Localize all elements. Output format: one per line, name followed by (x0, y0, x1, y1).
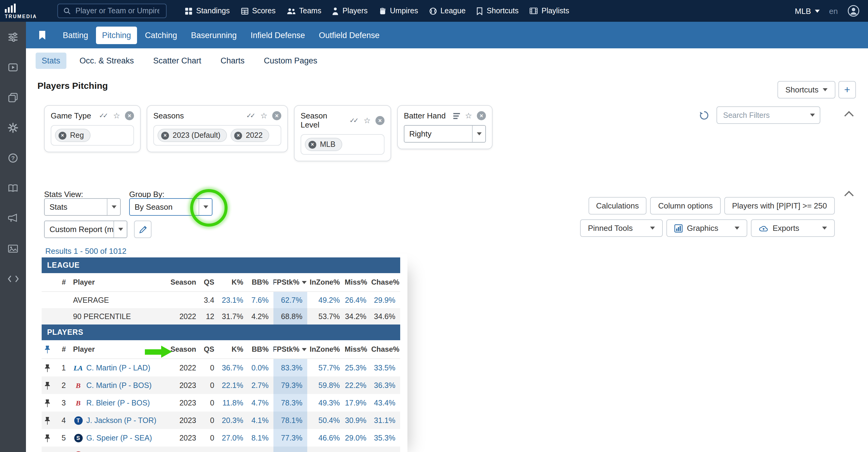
filter-chip[interactable]: × 2022 (230, 129, 269, 142)
subtab-custom-pages[interactable]: Custom Pages (258, 52, 323, 68)
filter-chip[interactable]: × MLB (305, 138, 342, 151)
collapse-filters-icon[interactable] (844, 111, 854, 120)
chase-cell[interactable]: 31.1% (371, 416, 400, 424)
double-check-icon[interactable]: ✓✓ (246, 112, 256, 120)
inzone-cell[interactable]: 46.6% (307, 433, 345, 442)
topnav-item-players[interactable]: Players (332, 7, 368, 15)
sidebar-sliders-icon[interactable] (8, 30, 18, 44)
chase-cell[interactable]: 36.3% (371, 381, 400, 390)
fpstk-cell[interactable]: 79.3% (273, 376, 307, 394)
star-icon[interactable]: ☆ (364, 116, 371, 125)
players-filter-button[interactable]: Players with [P|PIT] >= 250 (724, 197, 835, 215)
remove-filter-icon[interactable]: × (375, 116, 384, 125)
tab-catching[interactable]: Catching (139, 26, 183, 44)
col-k[interactable]: K% (219, 345, 248, 354)
topnav-item-shortcuts[interactable]: Shortcuts (476, 7, 519, 15)
column-options-button[interactable]: Column options (650, 197, 721, 215)
exports-button[interactable]: Exports (751, 219, 835, 237)
chase-cell[interactable]: 29.9% (371, 296, 400, 304)
remove-chip-icon[interactable]: × (234, 132, 242, 139)
sidebar-images-icon[interactable] (8, 242, 18, 255)
col-rank[interactable]: # (53, 278, 71, 286)
fpstk-cell[interactable]: 77.3% (273, 429, 307, 447)
list-icon[interactable] (454, 113, 460, 119)
col-bb[interactable]: BB% (248, 278, 273, 286)
sidebar-book-icon[interactable] (8, 181, 18, 195)
col-fpstk[interactable]: FPStk% (273, 278, 307, 286)
miss-cell[interactable]: 17.9% (345, 398, 371, 407)
col-qs[interactable]: QS (201, 278, 219, 286)
sidebar-video-icon[interactable] (8, 60, 18, 74)
batter-hand-select[interactable]: Righty (404, 125, 486, 143)
tab-pitching[interactable]: Pitching (96, 26, 137, 44)
col-player[interactable]: Player (71, 278, 169, 286)
pin-all-icon[interactable] (42, 345, 53, 354)
topnav-item-playlists[interactable]: Playlists (529, 7, 569, 15)
graphics-button[interactable]: Graphics (666, 219, 747, 237)
remove-filter-icon[interactable]: × (272, 111, 281, 120)
user-avatar[interactable] (847, 5, 860, 17)
col-miss[interactable]: Miss% (345, 278, 371, 286)
group-by-select[interactable]: By Season (129, 198, 213, 216)
bb-cell[interactable]: 4.7% (248, 398, 273, 407)
filter-chip[interactable]: × 2023 (Default) (158, 129, 227, 142)
miss-cell[interactable]: 30.9% (345, 416, 371, 424)
topnav-item-standings[interactable]: Standings (185, 7, 230, 15)
league-selector[interactable]: MLB (795, 6, 819, 16)
subtab-occ-streaks[interactable]: Occ. & Streaks (74, 52, 140, 68)
player-link[interactable]: C. Martin (P - LAD) (86, 364, 150, 372)
pinned-tools-button[interactable]: Pinned Tools (580, 219, 663, 237)
col-qs[interactable]: QS (201, 345, 219, 354)
filter-chip[interactable]: × Reg (55, 129, 91, 142)
global-search[interactable] (57, 4, 166, 18)
pin-icon[interactable] (42, 364, 53, 372)
search-filters-input[interactable] (722, 110, 806, 120)
add-page-button[interactable]: + (838, 81, 856, 98)
inzone-cell[interactable]: 49.3% (307, 398, 345, 407)
miss-cell[interactable]: 29.0% (345, 433, 371, 442)
collapse-controls-icon[interactable] (844, 191, 854, 200)
report-select[interactable]: Custom Report (me) (44, 221, 127, 238)
subtab-charts[interactable]: Charts (215, 52, 251, 68)
bb-cell[interactable]: 8.1% (248, 433, 273, 442)
k-cell[interactable]: 11.8% (219, 398, 248, 407)
inzone-cell[interactable]: 57.7% (307, 364, 345, 372)
col-season[interactable]: Season (169, 345, 201, 354)
inzone-cell[interactable]: 49.2% (307, 296, 345, 304)
fpstk-cell[interactable]: 78.1% (273, 412, 307, 429)
search-input[interactable] (74, 6, 161, 16)
remove-chip-icon[interactable]: × (161, 132, 169, 139)
miss-cell[interactable]: 26.4% (345, 296, 371, 304)
k-cell[interactable]: 36.7% (219, 364, 248, 372)
sidebar-help-icon[interactable]: ? (8, 151, 18, 164)
star-icon[interactable]: ☆ (113, 111, 120, 120)
tab-infield-defense[interactable]: Infield Defense (245, 26, 311, 44)
col-player[interactable]: Player (71, 345, 169, 354)
subtab-scatter-chart[interactable]: Scatter Chart (147, 52, 207, 68)
bb-cell[interactable]: 7.6% (248, 296, 273, 304)
search-filters[interactable] (716, 106, 820, 124)
trumedia-logo[interactable]: TRUMEDIA (5, 2, 54, 19)
topnav-item-umpires[interactable]: Umpires (378, 7, 418, 15)
sidebar-code-icon[interactable] (7, 272, 19, 285)
sidebar-gear-icon[interactable] (8, 121, 18, 134)
topnav-item-teams[interactable]: Teams (286, 7, 321, 15)
language-selector[interactable]: en (829, 6, 838, 16)
k-cell[interactable]: 27.0% (219, 433, 248, 442)
k-cell[interactable]: 20.3% (219, 416, 248, 424)
edit-report-button[interactable] (134, 221, 152, 238)
double-check-icon[interactable]: ✓✓ (99, 112, 108, 120)
chase-cell[interactable]: 43.4% (371, 398, 400, 407)
sidebar-megaphone-icon[interactable] (8, 211, 18, 225)
k-cell[interactable]: 22.1% (219, 381, 248, 390)
pin-icon[interactable] (42, 398, 53, 407)
calculations-button[interactable]: Calculations (588, 197, 647, 215)
pin-icon[interactable] (42, 416, 53, 424)
col-chase[interactable]: Chase% (371, 345, 400, 354)
fpstk-cell[interactable]: 78.3% (273, 394, 307, 412)
remove-chip-icon[interactable]: × (308, 141, 316, 148)
bb-cell[interactable]: 2.7% (248, 381, 273, 390)
inzone-cell[interactable]: 59.8% (307, 381, 345, 390)
miss-cell[interactable]: 22.2% (345, 381, 371, 390)
player-link[interactable]: R. Bleier (P - BOS) (86, 398, 150, 407)
